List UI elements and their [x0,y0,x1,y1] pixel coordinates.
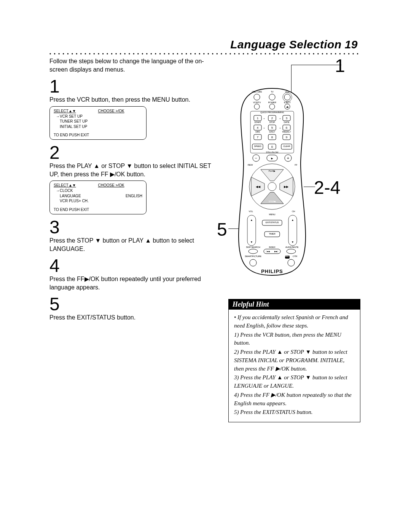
rc-label-smart: SMARTPICTURE [242,255,264,257]
osd1-head-right: CHOOSE >/OK [98,109,143,113]
rc-label-vcrtv: VCR/TV [252,101,262,104]
rc-label-ch: CH [289,210,298,212]
osd1-footer: TO END PUSH EXIT [54,133,142,137]
osd2-footer: TO END PUSH EXIT [54,208,142,212]
osd1-item-3: INITIAL SET UP [56,124,142,129]
title-text: Language Selection [230,38,341,51]
rc-label-audio: AUDIO/MUTE [282,246,302,248]
osd2-item-2: LANGUAGEENGLISH [56,193,142,199]
osd2-item-3: VCR PLUS+ CH. [56,198,142,204]
rc-label-stillslow: STILL/SLOW [261,151,284,153]
step-5-number: 5 [49,295,221,313]
osd2-head-right: CHOOSE >/OK [98,183,143,187]
rc-label-ff: FF [288,164,297,166]
page-title: Language Selection19 [230,38,358,51]
step-2-number: 2 [49,144,221,162]
intro-text: Follow the steps below to change the lan… [49,57,221,73]
rc-label-start: START [253,121,262,123]
rc-label-rew: REW [248,164,257,166]
rc-label-date: DATE [282,121,291,123]
step-1-text: Press the VCR button, then press the MEN… [49,96,221,104]
rc-brand: PHILIPS [238,268,306,274]
rc-label-clear: CLEAR [281,145,292,147]
osd2-head-left: SELECT▲▼ [54,183,98,187]
hint-line-2: 1) Press the VCR button, then press the … [234,331,355,348]
rc-label-power: POWER [267,101,277,104]
callout-1-line-h [291,65,341,65]
osd1-item-2: TUNER SET UP [56,119,142,124]
rc-label-otr: OTR [290,255,299,257]
rc-label-eject: EJECT [282,101,293,104]
rc-label-play: PLAY▶ [264,169,280,172]
callout-2-4: 2-4 [314,177,340,198]
step-4-text: Press the FF▶/OK button repeatedly until… [49,275,221,291]
hint-line-1: • If you accidentally select Spanish or … [234,313,355,330]
osd2-item-1: →CLOCK [56,188,142,193]
rc-label-daily: DAILY [268,131,277,133]
rc-label-vcr: VCR [283,91,292,93]
step-5-text: Press the EXIT/STATUS button. [49,313,221,322]
divider-dots: • • • • • • • • • • • • • • • • • • • • … [49,51,360,57]
rc-label-timer: TIMER [264,233,280,235]
helpful-hint-box: Helpful Hint • If you accidentally selec… [228,299,360,422]
hint-line-4: 3) Press the PLAY ▲ or STOP ▼ button to … [234,374,355,390]
osd1-head-left: SELECT▲▼ [54,109,98,113]
rc-label-weekly: WEEKLY [281,131,292,133]
rc-label-stop-lbl: STOP [268,121,277,123]
hint-line-5: 4) Press the FF ▶/OK button repeatedly s… [234,391,355,408]
helpful-hint-title: Helpful Hint [229,299,360,310]
rc-label-speed: SPEED [252,145,263,147]
callout-5: 5 [217,219,227,240]
step-3-number: 3 [49,218,221,236]
callout-1: 1 [335,55,345,76]
rc-label-stop: STOP■ [264,200,280,203]
rc-label-dbs: DBS [253,131,262,133]
step-1-number: 1 [49,77,221,96]
step-4-number: 4 [49,257,221,275]
rc-label-rec: REC [284,255,290,257]
hint-line-3: 2) Press the PLAY ▲ or STOP ▼ button to … [234,348,355,373]
page-number: 19 [345,38,358,51]
rc-label-skip: SKIP SEARCH [243,246,263,248]
rc-label-quick: QUICK PROGRAMMING [253,111,291,113]
osd-screen-2: SELECT▲▼CHOOSE >/OK →CLOCK LANGUAGEENGLI… [49,181,147,214]
step-2-text: Press the PLAY ▲ or STOP ▼ button to sel… [49,162,221,178]
osd-screen-1: SELECT▲▼CHOOSE >/OK →VCR SET UP TUNER SE… [49,106,147,140]
rc-label-menu: MENU [264,213,280,216]
remote-control-illustration: ⏏ 1 2 3 ++ 4 5 6 ++ 7 8 9 [238,88,306,276]
osd1-item-1: →VCR SET UP [56,114,142,119]
rc-label-tv: TV [268,91,277,93]
rc-label-cbldbs: CBL / DBS [250,91,264,93]
rc-label-index: INDEX [264,246,280,248]
hint-line-6: 5) Press the EXIT/STATUS button. [234,408,355,417]
rc-label-vol: VOL [246,210,255,212]
step-3-text: Press the STOP ▼ button or PLAY ▲ button… [49,236,221,253]
rc-label-exit: EXIT/STATUS [261,221,283,224]
